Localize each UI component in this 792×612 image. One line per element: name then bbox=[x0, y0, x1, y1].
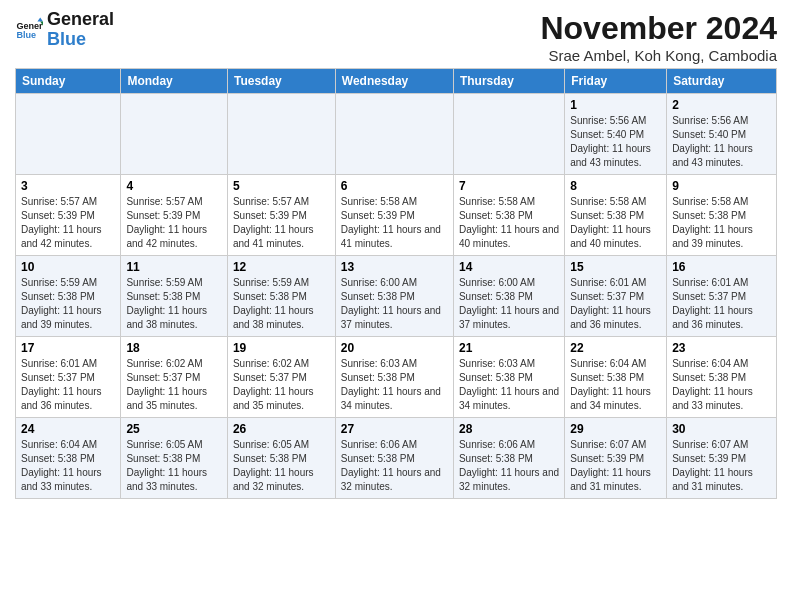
header-row: SundayMondayTuesdayWednesdayThursdayFrid… bbox=[16, 69, 777, 94]
day-cell bbox=[16, 94, 121, 175]
day-cell: 1Sunrise: 5:56 AMSunset: 5:40 PMDaylight… bbox=[565, 94, 667, 175]
day-number: 20 bbox=[341, 341, 448, 355]
logo: General Blue General Blue bbox=[15, 10, 114, 50]
header-cell-saturday: Saturday bbox=[667, 69, 777, 94]
day-cell: 15Sunrise: 6:01 AMSunset: 5:37 PMDayligh… bbox=[565, 256, 667, 337]
header-cell-wednesday: Wednesday bbox=[335, 69, 453, 94]
day-cell: 5Sunrise: 5:57 AMSunset: 5:39 PMDaylight… bbox=[227, 175, 335, 256]
calendar-table: SundayMondayTuesdayWednesdayThursdayFrid… bbox=[15, 68, 777, 499]
week-row-3: 10Sunrise: 5:59 AMSunset: 5:38 PMDayligh… bbox=[16, 256, 777, 337]
day-info: Sunrise: 6:02 AMSunset: 5:37 PMDaylight:… bbox=[126, 357, 222, 413]
day-cell: 18Sunrise: 6:02 AMSunset: 5:37 PMDayligh… bbox=[121, 337, 228, 418]
week-row-1: 1Sunrise: 5:56 AMSunset: 5:40 PMDaylight… bbox=[16, 94, 777, 175]
day-info: Sunrise: 6:03 AMSunset: 5:38 PMDaylight:… bbox=[341, 357, 448, 413]
day-info: Sunrise: 6:04 AMSunset: 5:38 PMDaylight:… bbox=[21, 438, 115, 494]
day-cell bbox=[453, 94, 564, 175]
day-number: 4 bbox=[126, 179, 222, 193]
day-info: Sunrise: 5:58 AMSunset: 5:38 PMDaylight:… bbox=[459, 195, 559, 251]
day-cell: 22Sunrise: 6:04 AMSunset: 5:38 PMDayligh… bbox=[565, 337, 667, 418]
day-info: Sunrise: 5:59 AMSunset: 5:38 PMDaylight:… bbox=[21, 276, 115, 332]
day-info: Sunrise: 6:03 AMSunset: 5:38 PMDaylight:… bbox=[459, 357, 559, 413]
calendar-header: SundayMondayTuesdayWednesdayThursdayFrid… bbox=[16, 69, 777, 94]
day-info: Sunrise: 6:01 AMSunset: 5:37 PMDaylight:… bbox=[570, 276, 661, 332]
day-number: 21 bbox=[459, 341, 559, 355]
day-cell: 4Sunrise: 5:57 AMSunset: 5:39 PMDaylight… bbox=[121, 175, 228, 256]
day-cell bbox=[227, 94, 335, 175]
day-info: Sunrise: 5:57 AMSunset: 5:39 PMDaylight:… bbox=[233, 195, 330, 251]
day-number: 15 bbox=[570, 260, 661, 274]
day-cell: 30Sunrise: 6:07 AMSunset: 5:39 PMDayligh… bbox=[667, 418, 777, 499]
svg-marker-2 bbox=[37, 17, 43, 21]
header-cell-monday: Monday bbox=[121, 69, 228, 94]
day-number: 19 bbox=[233, 341, 330, 355]
day-info: Sunrise: 5:59 AMSunset: 5:38 PMDaylight:… bbox=[126, 276, 222, 332]
day-cell: 25Sunrise: 6:05 AMSunset: 5:38 PMDayligh… bbox=[121, 418, 228, 499]
day-number: 9 bbox=[672, 179, 771, 193]
day-info: Sunrise: 6:04 AMSunset: 5:38 PMDaylight:… bbox=[672, 357, 771, 413]
day-number: 5 bbox=[233, 179, 330, 193]
day-cell: 24Sunrise: 6:04 AMSunset: 5:38 PMDayligh… bbox=[16, 418, 121, 499]
day-info: Sunrise: 5:58 AMSunset: 5:38 PMDaylight:… bbox=[570, 195, 661, 251]
day-info: Sunrise: 6:04 AMSunset: 5:38 PMDaylight:… bbox=[570, 357, 661, 413]
day-number: 26 bbox=[233, 422, 330, 436]
day-info: Sunrise: 6:00 AMSunset: 5:38 PMDaylight:… bbox=[341, 276, 448, 332]
day-number: 13 bbox=[341, 260, 448, 274]
header-cell-thursday: Thursday bbox=[453, 69, 564, 94]
day-number: 12 bbox=[233, 260, 330, 274]
day-number: 11 bbox=[126, 260, 222, 274]
day-info: Sunrise: 6:06 AMSunset: 5:38 PMDaylight:… bbox=[459, 438, 559, 494]
day-cell: 8Sunrise: 5:58 AMSunset: 5:38 PMDaylight… bbox=[565, 175, 667, 256]
day-cell: 12Sunrise: 5:59 AMSunset: 5:38 PMDayligh… bbox=[227, 256, 335, 337]
day-number: 14 bbox=[459, 260, 559, 274]
sub-title: Srae Ambel, Koh Kong, Cambodia bbox=[540, 47, 777, 64]
day-cell: 11Sunrise: 5:59 AMSunset: 5:38 PMDayligh… bbox=[121, 256, 228, 337]
day-number: 25 bbox=[126, 422, 222, 436]
day-cell bbox=[335, 94, 453, 175]
logo-icon: General Blue bbox=[15, 16, 43, 44]
day-info: Sunrise: 6:00 AMSunset: 5:38 PMDaylight:… bbox=[459, 276, 559, 332]
week-row-2: 3Sunrise: 5:57 AMSunset: 5:39 PMDaylight… bbox=[16, 175, 777, 256]
day-cell: 9Sunrise: 5:58 AMSunset: 5:38 PMDaylight… bbox=[667, 175, 777, 256]
day-info: Sunrise: 6:05 AMSunset: 5:38 PMDaylight:… bbox=[233, 438, 330, 494]
week-row-4: 17Sunrise: 6:01 AMSunset: 5:37 PMDayligh… bbox=[16, 337, 777, 418]
svg-text:General: General bbox=[16, 20, 43, 30]
day-number: 10 bbox=[21, 260, 115, 274]
day-number: 28 bbox=[459, 422, 559, 436]
day-number: 7 bbox=[459, 179, 559, 193]
week-row-5: 24Sunrise: 6:04 AMSunset: 5:38 PMDayligh… bbox=[16, 418, 777, 499]
day-info: Sunrise: 6:07 AMSunset: 5:39 PMDaylight:… bbox=[672, 438, 771, 494]
day-cell: 7Sunrise: 5:58 AMSunset: 5:38 PMDaylight… bbox=[453, 175, 564, 256]
day-cell: 16Sunrise: 6:01 AMSunset: 5:37 PMDayligh… bbox=[667, 256, 777, 337]
page-header: General Blue General Blue November 2024 … bbox=[15, 10, 777, 64]
day-number: 3 bbox=[21, 179, 115, 193]
day-number: 27 bbox=[341, 422, 448, 436]
day-cell: 28Sunrise: 6:06 AMSunset: 5:38 PMDayligh… bbox=[453, 418, 564, 499]
day-cell: 29Sunrise: 6:07 AMSunset: 5:39 PMDayligh… bbox=[565, 418, 667, 499]
svg-text:Blue: Blue bbox=[16, 30, 36, 40]
day-cell: 10Sunrise: 5:59 AMSunset: 5:38 PMDayligh… bbox=[16, 256, 121, 337]
main-title: November 2024 bbox=[540, 10, 777, 47]
day-number: 2 bbox=[672, 98, 771, 112]
header-cell-sunday: Sunday bbox=[16, 69, 121, 94]
title-block: November 2024 Srae Ambel, Koh Kong, Camb… bbox=[540, 10, 777, 64]
day-info: Sunrise: 6:07 AMSunset: 5:39 PMDaylight:… bbox=[570, 438, 661, 494]
day-info: Sunrise: 6:05 AMSunset: 5:38 PMDaylight:… bbox=[126, 438, 222, 494]
day-info: Sunrise: 5:56 AMSunset: 5:40 PMDaylight:… bbox=[570, 114, 661, 170]
logo-text: General Blue bbox=[47, 10, 114, 50]
day-number: 23 bbox=[672, 341, 771, 355]
header-cell-friday: Friday bbox=[565, 69, 667, 94]
day-number: 30 bbox=[672, 422, 771, 436]
day-cell: 21Sunrise: 6:03 AMSunset: 5:38 PMDayligh… bbox=[453, 337, 564, 418]
day-number: 18 bbox=[126, 341, 222, 355]
day-number: 29 bbox=[570, 422, 661, 436]
day-cell: 17Sunrise: 6:01 AMSunset: 5:37 PMDayligh… bbox=[16, 337, 121, 418]
day-info: Sunrise: 5:59 AMSunset: 5:38 PMDaylight:… bbox=[233, 276, 330, 332]
day-info: Sunrise: 5:57 AMSunset: 5:39 PMDaylight:… bbox=[126, 195, 222, 251]
day-number: 16 bbox=[672, 260, 771, 274]
day-info: Sunrise: 6:01 AMSunset: 5:37 PMDaylight:… bbox=[21, 357, 115, 413]
day-info: Sunrise: 5:56 AMSunset: 5:40 PMDaylight:… bbox=[672, 114, 771, 170]
day-info: Sunrise: 6:02 AMSunset: 5:37 PMDaylight:… bbox=[233, 357, 330, 413]
day-number: 1 bbox=[570, 98, 661, 112]
day-info: Sunrise: 6:06 AMSunset: 5:38 PMDaylight:… bbox=[341, 438, 448, 494]
day-number: 6 bbox=[341, 179, 448, 193]
